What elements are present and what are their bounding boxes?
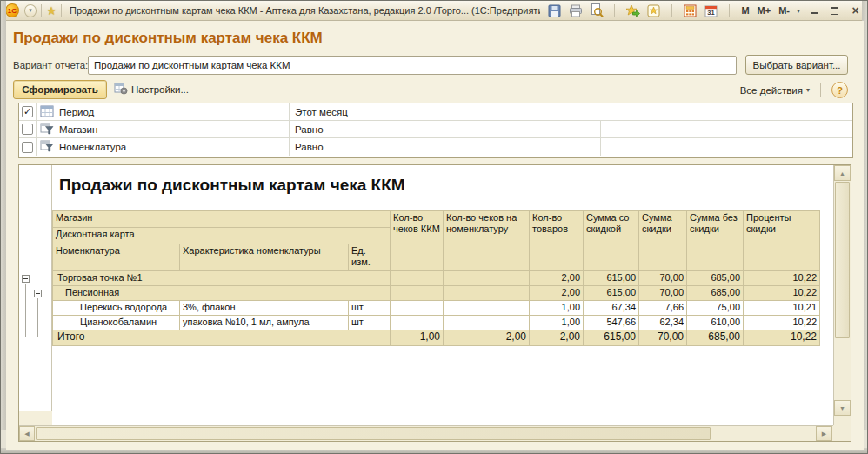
report-title: Продажи по дисконтным картам чека ККМ <box>59 176 405 195</box>
save-icon[interactable] <box>547 3 562 18</box>
generate-report-button[interactable]: Сформировать <box>13 80 107 99</box>
unit-cell: шт <box>349 301 391 316</box>
choose-variant-button[interactable]: Выбрать вариант... <box>745 55 848 75</box>
settings-button-label: Настройки... <box>131 84 189 95</box>
help-button[interactable]: ? <box>831 82 848 98</box>
filter-name-cell[interactable]: Номенклатура <box>37 138 290 156</box>
filter-name-cell[interactable]: Период <box>37 103 290 120</box>
col-header-characteristic: Характеристика номенклатуры <box>180 244 349 271</box>
cell: 10,22 <box>744 316 820 330</box>
filter-value-cell[interactable]: Этот месяц <box>290 103 852 120</box>
nomenclature-checkbox[interactable] <box>22 142 33 153</box>
collapse-subgroup-icon[interactable] <box>34 290 42 297</box>
margin-corner <box>19 411 52 425</box>
cell <box>391 271 444 286</box>
calendar-day-label: 31 <box>708 9 715 17</box>
total-row: Итого 1,00 2,00 2,00 615,00 70,00 685,00… <box>53 330 820 346</box>
vertical-scroll-thumb[interactable] <box>835 182 850 338</box>
1c-logo-icon[interactable]: 1С <box>5 3 19 17</box>
filter-extra-cell[interactable] <box>600 121 852 137</box>
cell: 685,00 <box>687 330 744 346</box>
group-row-store: Торговая точка №1 2,00 615,00 70,00 685,… <box>53 271 820 286</box>
filter-name-cell[interactable]: Магазин <box>37 121 290 137</box>
tree-line <box>37 298 38 337</box>
favorites-star-icon[interactable]: ★ <box>46 4 57 17</box>
collapse-group-icon[interactable] <box>22 275 30 283</box>
maximize-icon <box>831 7 838 15</box>
period-checkbox[interactable]: ✓ <box>22 106 33 117</box>
scroll-down-button[interactable]: ▼ <box>834 400 851 416</box>
memory-m-plus-button[interactable]: M+ <box>757 5 772 16</box>
settings-table-gear-icon <box>114 83 128 97</box>
filter-value-cell[interactable]: Равно <box>290 121 600 137</box>
cell: 10,22 <box>744 271 820 286</box>
calendar-icon[interactable]: 31 <box>704 3 718 18</box>
filter-row-period[interactable]: ✓ Период Этот месяц <box>19 103 852 121</box>
col-header-discount-percent: Проценты скидки <box>744 211 820 271</box>
total-label: Итого <box>53 330 391 346</box>
cell: 615,00 <box>584 271 639 286</box>
cell: 10,21 <box>744 301 820 316</box>
unit-cell: шт <box>349 316 391 330</box>
group-row-card: Пенсионная 2,00 615,00 70,00 685,00 10,2… <box>53 286 820 301</box>
memory-m-minus-button[interactable]: M- <box>778 5 791 16</box>
print-preview-icon[interactable] <box>589 3 604 18</box>
scroll-left-button[interactable]: ◀ <box>19 426 35 441</box>
cell: 547,66 <box>584 316 639 330</box>
favorites-list-icon[interactable] <box>646 3 661 18</box>
cell: 685,00 <box>687 271 744 286</box>
maximize-button[interactable] <box>827 4 842 17</box>
cell <box>444 286 530 301</box>
print-icon[interactable] <box>568 3 583 18</box>
calendar-grid-icon <box>40 105 54 119</box>
cell <box>391 286 444 301</box>
filter-row-store[interactable]: Магазин Равно <box>19 121 852 138</box>
col-header-nom-checks: Кол-во чеков на номенклатуру <box>444 211 530 271</box>
settings-button[interactable]: Настройки... <box>114 81 189 98</box>
scrollbar-corner <box>833 425 851 441</box>
cell: 2,00 <box>530 271 584 286</box>
filter-name: Магазин <box>59 124 97 135</box>
filter-name: Период <box>59 107 94 117</box>
header-row-store: Магазин Кол-во чеков ККМ Кол-во чеков на… <box>53 211 820 228</box>
group-name: Пенсионная <box>53 286 391 301</box>
arrow-left-icon: ◀ <box>24 431 29 437</box>
col-header-store: Магазин <box>53 211 391 228</box>
filter-funnel-icon <box>40 123 54 137</box>
app-window: 1С ▾ ★ Продажи по дисконтным картам чека… <box>0 0 868 454</box>
scroll-right-button[interactable]: ▶ <box>816 426 832 441</box>
scroll-up-button[interactable]: ▲ <box>834 165 851 181</box>
filter-row-nomenclature[interactable]: Номенклатура Равно <box>19 138 852 156</box>
add-to-favorites-icon[interactable] <box>625 3 640 18</box>
calculator-icon[interactable] <box>683 3 698 18</box>
cell: 10,22 <box>744 286 820 301</box>
filter-grid: ✓ Период Этот месяц Магазин Равно <box>18 103 853 158</box>
data-row: Цианокобаламин упаковка №10, 1 мл, ампул… <box>53 316 820 330</box>
filter-checkbox-cell: ✓ <box>19 103 37 120</box>
all-actions-button[interactable]: Все действия ▾ <box>740 85 810 96</box>
titlebar: 1С ▾ ★ Продажи по дисконтным картам чека… <box>1 1 867 21</box>
col-header-kkm-checks: Кол-во чеков ККМ <box>391 211 444 271</box>
variant-input[interactable] <box>88 56 737 75</box>
cell: 10,22 <box>744 330 820 346</box>
all-actions-label: Все действия <box>740 85 803 96</box>
minimize-button[interactable] <box>806 4 821 17</box>
cell: 1,00 <box>530 316 584 330</box>
filter-value-cell[interactable]: Равно <box>290 138 600 156</box>
close-button[interactable]: × <box>848 4 863 17</box>
memory-m-button[interactable]: M <box>740 5 750 16</box>
cell <box>391 316 444 330</box>
group-name: Торговая точка №1 <box>53 271 391 286</box>
horizontal-scroll-thumb[interactable] <box>36 427 711 440</box>
report-table: Магазин Кол-во чеков ККМ Кол-во чеков на… <box>52 210 820 346</box>
toolbar-overflow-icon[interactable]: ▾ <box>797 7 800 15</box>
cell: 70,00 <box>639 286 687 301</box>
horizontal-scrollbar[interactable]: ◀ ▶ <box>19 425 833 441</box>
arrow-right-icon: ▶ <box>822 431 826 437</box>
cell: 70,00 <box>639 271 687 286</box>
system-menu-button[interactable]: ▾ <box>24 4 37 17</box>
vertical-scrollbar[interactable]: ▲ ▼ <box>833 165 851 425</box>
cell <box>444 301 530 316</box>
filter-extra-cell[interactable] <box>600 138 852 156</box>
store-checkbox[interactable] <box>22 124 33 135</box>
